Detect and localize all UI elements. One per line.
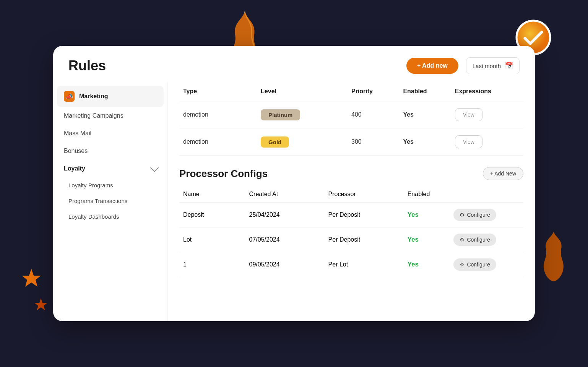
proc-col-enabled: Enabled (408, 191, 454, 198)
rules-table: Type Level Priority Enabled Expressions … (179, 82, 523, 156)
sidebar-loyalty-programs-label: Loyalty Programs (68, 182, 113, 188)
cell-priority-1: 400 (351, 111, 403, 118)
sidebar-item-programs-transactions[interactable]: Programs Transactions (53, 193, 167, 209)
sidebar-loyalty-label: Loyalty (64, 165, 85, 172)
level-badge-platinum: Platinum (261, 109, 300, 120)
table-row: demotion Gold 300 Yes View (179, 128, 523, 156)
proc-name-1: Deposit (183, 211, 249, 218)
proc-col-action (453, 191, 520, 198)
proc-name-2: Lot (183, 236, 249, 243)
cell-enabled-2: Yes (403, 138, 455, 145)
sidebar-section-loyalty[interactable]: Loyalty (53, 160, 167, 177)
card-header: Rules + Add new Last month 📅 (53, 46, 535, 82)
cell-expressions-1: View (455, 108, 520, 121)
proc-created-1: 25/04/2024 (249, 211, 328, 218)
proc-col-name: Name (183, 191, 249, 198)
cell-priority-2: 300 (351, 138, 403, 145)
proc-processor-2: Per Deposit (328, 236, 408, 243)
configure-button-2[interactable]: ⚙ Configure (453, 234, 496, 246)
configure-button-1[interactable]: ⚙ Configure (453, 209, 496, 221)
date-filter-label: Last month (473, 63, 501, 69)
processor-table-row: Deposit 25/04/2024 Per Deposit Yes ⚙ Con… (179, 203, 523, 227)
view-button-1[interactable]: View (455, 108, 482, 121)
svg-marker-1 (34, 298, 47, 310)
view-button-2[interactable]: View (455, 135, 482, 148)
configure-label-1: Configure (467, 212, 490, 218)
sidebar-item-marketing[interactable]: 📣 Marketing (57, 86, 164, 107)
processor-section-header: Processor Configs + Add New (179, 167, 523, 180)
sidebar: 📣 Marketing Marketing Campaigns Mass Mai… (53, 82, 168, 321)
col-priority: Priority (351, 88, 403, 95)
add-new-processor-button[interactable]: + Add New (483, 167, 523, 180)
content-area: Type Level Priority Enabled Expressions … (168, 82, 535, 321)
col-enabled: Enabled (403, 88, 455, 95)
col-type: Type (183, 88, 261, 95)
sidebar-item-mass-mail[interactable]: Mass Mail (53, 125, 167, 142)
processor-table-row: 1 09/05/2024 Per Lot Yes ⚙ Configure (179, 252, 523, 277)
sidebar-marketing-label: Marketing (79, 93, 108, 100)
cell-expressions-2: View (455, 135, 520, 148)
table-row: demotion Platinum 400 Yes View (179, 101, 523, 128)
proc-action-2: ⚙ Configure (453, 234, 520, 246)
sidebar-mass-mail-label: Mass Mail (64, 130, 91, 137)
configure-label-2: Configure (467, 237, 490, 243)
level-badge-gold: Gold (261, 136, 289, 148)
sidebar-bonuses-label: Bonuses (64, 148, 88, 154)
main-card: Rules + Add new Last month 📅 📣 Marketing… (53, 46, 535, 321)
svg-marker-0 (22, 269, 41, 287)
proc-enabled-2: Yes (408, 236, 454, 244)
proc-action-1: ⚙ Configure (453, 209, 520, 221)
proc-enabled-1: Yes (408, 211, 454, 219)
page-title: Rules (68, 58, 399, 74)
sidebar-programs-transactions-label: Programs Transactions (68, 198, 127, 204)
card-body: 📣 Marketing Marketing Campaigns Mass Mai… (53, 82, 535, 321)
add-new-button[interactable]: + Add new (406, 58, 458, 74)
proc-col-processor: Processor (328, 191, 408, 198)
cell-level-1: Platinum (261, 109, 351, 120)
sidebar-marketing-campaigns-label: Marketing Campaigns (64, 112, 123, 119)
sidebar-loyalty-dashboards-label: Loyalty Dashboards (68, 213, 119, 220)
configure-button-3[interactable]: ⚙ Configure (453, 258, 496, 271)
processor-section: Processor Configs + Add New Name Created… (179, 167, 523, 277)
chevron-down-icon (150, 164, 159, 172)
cell-enabled-1: Yes (403, 111, 455, 118)
cell-type-1: demotion (183, 111, 261, 118)
col-expressions: Expressions (455, 88, 520, 95)
rules-table-header: Type Level Priority Enabled Expressions (179, 82, 523, 101)
proc-created-3: 09/05/2024 (249, 261, 328, 268)
date-filter[interactable]: Last month 📅 (466, 57, 520, 74)
processor-table-row: Lot 07/05/2024 Per Deposit Yes ⚙ Configu… (179, 227, 523, 252)
proc-created-2: 07/05/2024 (249, 236, 328, 243)
configure-label-3: Configure (467, 261, 490, 268)
processor-title: Processor Configs (179, 168, 268, 180)
gear-icon: ⚙ (460, 212, 465, 218)
megaphone-icon: 📣 (64, 91, 75, 102)
proc-enabled-3: Yes (408, 261, 454, 268)
sidebar-item-marketing-campaigns[interactable]: Marketing Campaigns (53, 107, 167, 125)
proc-name-3: 1 (183, 261, 249, 268)
cell-type-2: demotion (183, 138, 261, 145)
proc-action-3: ⚙ Configure (453, 258, 520, 271)
proc-processor-1: Per Deposit (328, 211, 408, 218)
col-level: Level (261, 88, 351, 95)
gear-icon: ⚙ (460, 261, 465, 268)
cell-level-2: Gold (261, 136, 351, 148)
proc-col-created: Created At (249, 191, 328, 198)
sidebar-item-loyalty-programs[interactable]: Loyalty Programs (53, 177, 167, 193)
gear-icon: ⚙ (460, 237, 465, 243)
sidebar-item-bonuses[interactable]: Bonuses (53, 142, 167, 160)
proc-processor-3: Per Lot (328, 261, 408, 268)
processor-table-header: Name Created At Processor Enabled (179, 186, 523, 203)
sidebar-item-loyalty-dashboards[interactable]: Loyalty Dashboards (53, 209, 167, 224)
calendar-icon: 📅 (505, 62, 513, 70)
